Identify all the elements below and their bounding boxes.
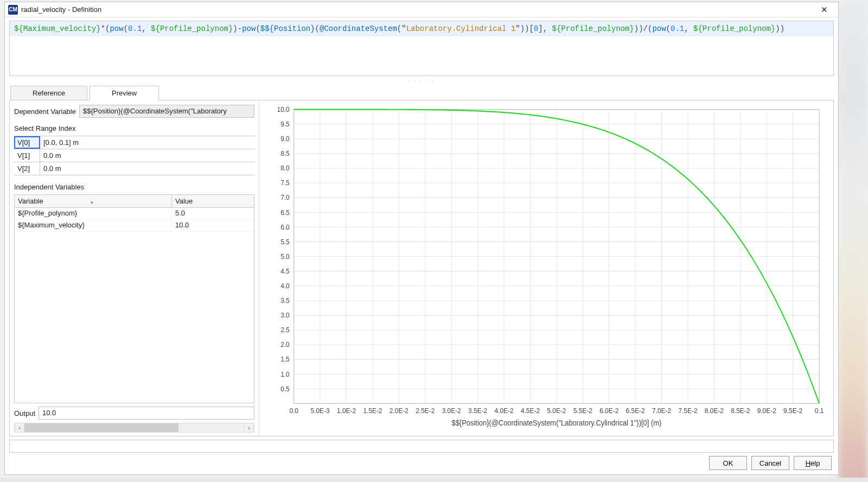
expr-token: ( bbox=[124, 24, 128, 33]
iv-table-header[interactable]: Variable Value ▾ bbox=[15, 195, 254, 208]
help-rest: elp bbox=[810, 459, 820, 467]
chart-xtick: 1.5E-2 bbox=[363, 407, 382, 415]
chart-xtick: 6.5E-2 bbox=[626, 407, 645, 415]
expr-token: ( bbox=[256, 24, 260, 33]
cancel-button[interactable]: Cancel bbox=[751, 456, 789, 470]
chart-ytick: 1.0 bbox=[280, 370, 290, 378]
iv-table-row[interactable]: ${Maximum_velocity}10.0 bbox=[15, 220, 254, 232]
chart-xtick: 9.0E-2 bbox=[757, 407, 776, 415]
expr-token: ], bbox=[538, 24, 552, 33]
expr-token: ( bbox=[315, 24, 320, 33]
horizontal-scrollbar[interactable]: ‹ › bbox=[14, 423, 254, 433]
expr-token: ${Profile_polynom} bbox=[552, 24, 634, 33]
dependent-variable-label: Dependent Variable bbox=[14, 107, 76, 116]
expression-editor[interactable]: ${Maximum_velocity}*(pow(0.1, ${Profile_… bbox=[9, 21, 834, 76]
scrollbar-thumb[interactable] bbox=[24, 423, 178, 432]
iv-header-value[interactable]: Value bbox=[172, 195, 254, 207]
range-index-value[interactable]: 0.0 m bbox=[40, 149, 254, 162]
expr-token: pow bbox=[242, 24, 256, 33]
close-button[interactable]: ✕ bbox=[813, 3, 835, 17]
left-panel: Dependent Variable $${Position}(@Coordin… bbox=[10, 100, 259, 436]
expr-token: (" bbox=[397, 24, 406, 33]
tab-preview[interactable]: Preview bbox=[90, 86, 159, 100]
scroll-right-icon[interactable]: › bbox=[244, 423, 254, 432]
chart-xtick: 7.5E-2 bbox=[678, 407, 697, 415]
window-title: radial_velocity - Definition bbox=[21, 5, 813, 14]
expr-token: pow bbox=[652, 24, 666, 33]
app-icon: CM bbox=[8, 5, 18, 15]
preview-chart: 0.05.0E-31.0E-21.5E-22.0E-22.5E-23.0E-23… bbox=[266, 105, 827, 432]
expr-token: ${Maximum_velocity} bbox=[14, 24, 101, 33]
output-row: Output 10.0 bbox=[14, 407, 254, 420]
expr-token: )) bbox=[775, 24, 784, 33]
chevron-down-icon: ▾ bbox=[91, 200, 93, 205]
expr-token: ))/( bbox=[634, 24, 653, 33]
splitter-handle[interactable]: · · · · · bbox=[5, 78, 838, 85]
expr-token: 0.1 bbox=[671, 24, 684, 33]
chart-ytick: 8.0 bbox=[280, 164, 290, 173]
chart-ytick: 7.5 bbox=[280, 179, 290, 187]
iv-variable-name: ${Profile_polynom} bbox=[15, 208, 172, 219]
range-index-key: V[1] bbox=[14, 149, 40, 162]
expr-token: 0.1 bbox=[128, 24, 142, 33]
dialog-buttons: OK Cancel Help bbox=[5, 454, 838, 474]
chart-pane: 0.05.0E-31.0E-21.5E-22.0E-22.5E-23.0E-23… bbox=[259, 100, 833, 436]
expr-token: , bbox=[684, 24, 693, 33]
iv-variable-value[interactable]: 5.0 bbox=[172, 208, 254, 219]
expr-token: ${Profile_polynom} bbox=[151, 24, 233, 33]
chart-ytick: 1.5 bbox=[280, 356, 290, 364]
chart-ytick: 3.5 bbox=[280, 297, 290, 305]
expr-token: )- bbox=[233, 24, 242, 33]
chart-xtick: 5.0E-2 bbox=[547, 407, 566, 415]
range-index-row[interactable]: V[2]0.0 m bbox=[14, 162, 254, 175]
chart-ytick: 6.0 bbox=[280, 223, 290, 231]
chart-xtick: 4.0E-2 bbox=[494, 407, 513, 415]
chart-xtick: 1.0E-2 bbox=[337, 407, 356, 415]
iv-variable-value[interactable]: 10.0 bbox=[172, 220, 254, 231]
chart-xtick: 4.5E-2 bbox=[521, 407, 540, 415]
chart-ytick: 3.0 bbox=[280, 312, 290, 320]
chart-ytick: 0.5 bbox=[280, 385, 290, 393]
expr-token: $${Position} bbox=[260, 24, 315, 33]
chart-ytick: 6.5 bbox=[280, 208, 290, 217]
background-bottom-strip bbox=[0, 478, 868, 482]
chart-ytick: 2.5 bbox=[280, 326, 290, 334]
tab-reference[interactable]: Reference bbox=[10, 86, 87, 100]
chart-ytick: 10.0 bbox=[277, 105, 290, 113]
titlebar: CM radial_velocity - Definition ✕ bbox=[5, 2, 838, 17]
expr-token: pow bbox=[110, 24, 123, 33]
range-index-row[interactable]: V[0][0.0, 0.1] m bbox=[14, 136, 254, 149]
range-index-value[interactable]: [0.0, 0.1] m bbox=[40, 136, 254, 149]
range-index-row[interactable]: V[1]0.0 m bbox=[14, 149, 254, 162]
chart-ytick: 9.0 bbox=[280, 135, 290, 143]
chart-ytick: 4.5 bbox=[280, 267, 290, 275]
independent-variables-label: Independent Variables bbox=[14, 183, 254, 191]
iv-variable-name: ${Maximum_velocity} bbox=[15, 220, 172, 231]
help-underline-letter: H bbox=[806, 459, 810, 467]
range-index-value[interactable]: 0.0 m bbox=[40, 162, 254, 175]
chart-xtick: 8.5E-2 bbox=[731, 407, 750, 415]
ok-button[interactable]: OK bbox=[709, 456, 747, 470]
chart-ytick: 7.0 bbox=[280, 194, 290, 202]
range-index-table: V[0][0.0, 0.1] mV[1]0.0 mV[2]0.0 m bbox=[14, 136, 254, 175]
scroll-left-icon[interactable]: ‹ bbox=[15, 423, 24, 432]
chart-xtick: 2.5E-2 bbox=[416, 407, 435, 415]
chart-xtick: 9.5E-2 bbox=[783, 407, 802, 415]
scrollbar-track[interactable] bbox=[24, 423, 244, 432]
expr-token: "))[ bbox=[515, 24, 534, 33]
chart-ytick: 2.0 bbox=[280, 341, 290, 349]
chart-xtick: 3.0E-2 bbox=[442, 407, 461, 415]
iv-header-variable[interactable]: Variable bbox=[15, 195, 172, 207]
output-field[interactable]: 10.0 bbox=[39, 407, 254, 420]
close-icon: ✕ bbox=[821, 5, 828, 15]
help-button[interactable]: Help bbox=[794, 456, 832, 470]
status-bar bbox=[9, 440, 834, 453]
dependent-variable-field[interactable]: $${Position}(@CoordinateSystem("Laborato… bbox=[79, 105, 254, 118]
iv-table-body: ${Profile_polynom}5.0${Maximum_velocity}… bbox=[15, 208, 254, 403]
expression-text: ${Maximum_velocity}*(pow(0.1, ${Profile_… bbox=[10, 21, 833, 36]
chart-ytick: 5.0 bbox=[280, 252, 290, 261]
chart-ytick: 5.5 bbox=[280, 238, 290, 246]
chart-ytick: 4.0 bbox=[280, 282, 290, 290]
iv-table-row[interactable]: ${Profile_polynom}5.0 bbox=[15, 208, 254, 220]
chart-xtick: 0.0 bbox=[289, 407, 298, 415]
